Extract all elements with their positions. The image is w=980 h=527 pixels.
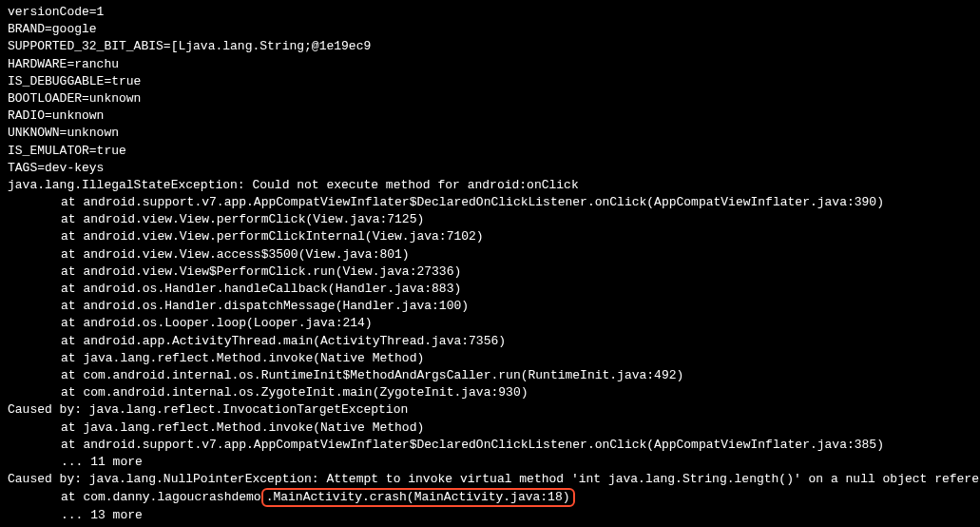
stack-frame: at android.view.View.access$3500(View.ja… [8,246,972,264]
stack-frame: at android.os.Handler.handleCallback(Han… [8,281,972,298]
stack-frame: at android.view.View.performClickInterna… [8,228,972,245]
stack-frame: at android.view.View.performClick(View.j… [8,211,972,228]
stack-more: ... 11 more [8,454,972,471]
prop-hardware: HARDWARE=ranchu [8,56,972,73]
prop-tags: TAGS=dev-keys [8,160,972,177]
prop-isDebuggable: IS_DEBUGGABLE=true [8,73,972,90]
stack-more: ... 13 more [8,507,972,524]
terminal-output: versionCode=1 BRAND=google SUPPORTED_32_… [8,4,972,524]
prop-brand: BRAND=google [8,21,972,38]
caused-by-header: Caused by: java.lang.NullPointerExceptio… [8,471,972,488]
stack-frame: at com.android.internal.os.RuntimeInit$M… [8,367,972,384]
highlight-annotation: .MainActivity.crash(MainActivity.java:18… [261,488,575,507]
stack-frame: at android.app.ActivityThread.main(Activ… [8,333,972,350]
prop-radio: RADIO=unknown [8,107,972,125]
prop-unknown: UNKNOWN=unknown [8,125,972,142]
stack-frame: at java.lang.reflect.Method.invoke(Nativ… [8,350,972,367]
exception-header: java.lang.IllegalStateException: Could n… [8,177,972,194]
stack-frame: at android.os.Handler.dispatchMessage(Ha… [8,298,972,315]
prop-isEmulator: IS_EMULATOR=true [8,143,972,160]
prop-bootloader: BOOTLOADER=unknown [8,90,972,107]
stack-frame: at android.os.Looper.loop(Looper.java:21… [8,315,972,332]
stack-frame: at java.lang.reflect.Method.invoke(Nativ… [8,420,972,437]
stack-frame-highlighted: at com.danny.lagoucrashdemo.MainActivity… [8,488,972,507]
stack-frame: at android.view.View$PerformClick.run(Vi… [8,264,972,281]
stack-frame: at com.android.internal.os.ZygoteInit.ma… [8,384,972,401]
stack-frame-prefix: at com.danny.lagoucrashdemo [61,490,261,504]
prop-versionCode: versionCode=1 [8,4,972,21]
stack-frame: at android.support.v7.app.AppCompatViewI… [8,437,972,454]
prop-supported32: SUPPORTED_32_BIT_ABIS=[Ljava.lang.String… [8,38,972,55]
stack-frame: at android.support.v7.app.AppCompatViewI… [8,194,972,211]
caused-by-header: Caused by: java.lang.reflect.InvocationT… [8,401,972,419]
